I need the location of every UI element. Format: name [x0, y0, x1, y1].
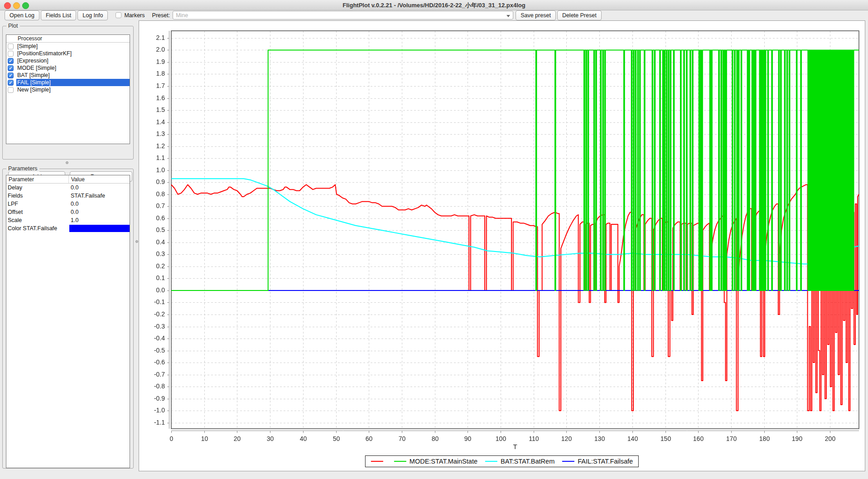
chevron-down-icon[interactable]: [506, 15, 510, 17]
app-window: FlightPlot v.0.2.21 - /Volumes/HD/2016-2…: [0, 0, 868, 479]
processor-row[interactable]: ✓MODE [Simple]: [6, 64, 130, 72]
parameter-value[interactable]: 1.0: [69, 216, 130, 224]
preset-combobox[interactable]: Mine: [173, 11, 513, 19]
legend-label: FAIL:STAT.Failsafe: [578, 458, 633, 465]
processor-label[interactable]: [PositionEstimatorKF]: [16, 50, 130, 57]
chart-legend: MODE:STAT.MainStateBAT:STAT.BatRemFAIL:S…: [365, 455, 639, 467]
horizontal-splitter-handle[interactable]: [66, 161, 68, 164]
processor-label[interactable]: MODE [Simple]: [16, 64, 130, 72]
parameter-name: Color STAT.Failsafe: [6, 224, 68, 232]
chart-panel: MODE:STAT.MainStateBAT:STAT.BatRemFAIL:S…: [139, 20, 865, 471]
processor-list[interactable]: Processor [Simple][PositionEstimatorKF]✓…: [6, 34, 130, 144]
legend-item: BAT:STAT.BatRem: [485, 458, 555, 465]
fields-list-button[interactable]: Fields List: [41, 10, 76, 20]
parameter-name: LPF: [6, 200, 69, 208]
parameter-row[interactable]: Delay0.0: [6, 184, 130, 192]
processor-checkbox[interactable]: [8, 44, 14, 49]
legend-line-icon: [394, 461, 406, 462]
plot-panel-title: Plot: [6, 23, 20, 29]
parameter-row[interactable]: FieldsSTAT.Failsafe: [6, 192, 130, 200]
processor-row[interactable]: [PositionEstimatorKF]: [6, 50, 130, 57]
processor-checkbox[interactable]: ✓: [8, 58, 14, 64]
parameter-name: Offset: [6, 208, 69, 216]
value-column-header: Value: [69, 175, 130, 183]
parameter-column-header: Parameter: [6, 175, 69, 183]
processor-label[interactable]: New [Simple]: [16, 86, 130, 93]
parameter-value[interactable]: 0.0: [69, 184, 130, 192]
parameters-panel-title: Parameters: [6, 165, 39, 172]
processor-checkbox[interactable]: ✓: [8, 73, 14, 78]
parameters-table-header: Parameter Value: [6, 175, 130, 184]
toolbar: Open Log Fields List Log Info Markers Pr…: [0, 10, 868, 20]
legend-item: MODE:STAT.MainState: [394, 458, 477, 465]
vertical-splitter-handle[interactable]: [135, 240, 138, 243]
parameters-table[interactable]: Parameter Value Delay0.0FieldsSTAT.Fails…: [6, 175, 130, 468]
parameter-value[interactable]: 0.0: [69, 200, 130, 208]
processor-label[interactable]: [Simple]: [16, 43, 130, 50]
parameter-row[interactable]: Offset0.0: [6, 208, 130, 216]
legend-label: BAT:STAT.BatRem: [501, 458, 555, 465]
parameter-row[interactable]: Scale1.0: [6, 216, 130, 224]
log-info-button[interactable]: Log Info: [77, 10, 108, 20]
markers-label: Markers: [124, 12, 145, 19]
legend-line-icon: [485, 461, 497, 462]
processor-row[interactable]: [Simple]: [6, 43, 130, 50]
processor-row[interactable]: New [Simple]: [6, 86, 130, 93]
processor-label[interactable]: BAT [Simple]: [16, 72, 130, 79]
parameter-name: Fields: [6, 192, 69, 200]
processor-checkbox[interactable]: ✓: [8, 65, 14, 71]
markers-checkbox[interactable]: [116, 12, 121, 18]
parameters-panel: Parameters Parameter Value Delay0.0Field…: [2, 169, 134, 469]
processor-column-header: Processor: [6, 35, 130, 43]
delete-preset-button[interactable]: Delete Preset: [557, 10, 602, 20]
legend-item: [371, 461, 386, 462]
parameter-value[interactable]: [68, 224, 130, 232]
processor-checkbox[interactable]: [8, 87, 14, 93]
preset-label: Preset:: [152, 12, 170, 19]
parameter-row[interactable]: Color STAT.Failsafe: [6, 224, 130, 232]
parameter-row[interactable]: LPF0.0: [6, 200, 130, 208]
processor-row[interactable]: ✓FAIL [Simple]: [6, 79, 130, 86]
window-title: FlightPlot v.0.2.21 - /Volumes/HD/2016-2…: [0, 1, 868, 10]
plot-panel: Plot Processor [Simple][PositionEstimato…: [2, 26, 134, 160]
processor-row[interactable]: ✓[Expression]: [6, 57, 130, 64]
processor-row[interactable]: ✓BAT [Simple]: [6, 72, 130, 79]
preset-value: Mine: [176, 12, 188, 19]
parameter-name: Delay: [6, 184, 69, 192]
save-preset-button[interactable]: Save preset: [516, 10, 556, 20]
processor-label[interactable]: FAIL [Simple]: [16, 79, 130, 86]
legend-item: FAIL:STAT.Failsafe: [562, 458, 633, 465]
parameter-value[interactable]: STAT.Failsafe: [69, 192, 130, 200]
plot-canvas[interactable]: [139, 21, 865, 471]
processor-checkbox[interactable]: ✓: [8, 80, 14, 86]
legend-label: MODE:STAT.MainState: [410, 458, 477, 465]
color-swatch[interactable]: [69, 225, 130, 232]
parameter-name: Scale: [6, 216, 69, 224]
processor-checkbox[interactable]: [8, 51, 14, 57]
processor-label[interactable]: [Expression]: [16, 57, 130, 64]
parameter-value[interactable]: 0.0: [69, 208, 130, 216]
open-log-button[interactable]: Open Log: [5, 10, 39, 20]
legend-line-icon: [371, 461, 383, 462]
title-bar[interactable]: FlightPlot v.0.2.21 - /Volumes/HD/2016-2…: [0, 0, 868, 10]
legend-line-icon: [562, 461, 574, 462]
